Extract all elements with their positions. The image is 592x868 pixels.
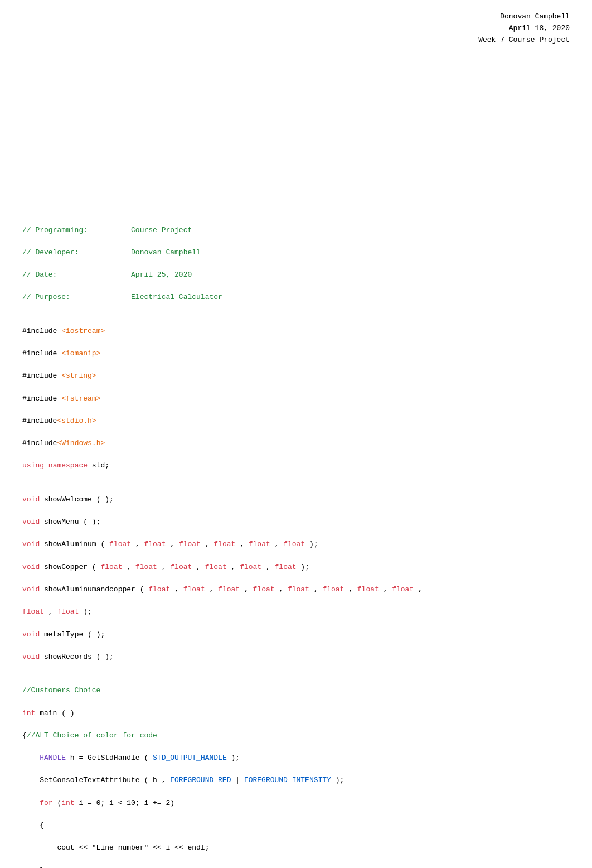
func-showcopper: void showCopper ( float , float , float … — [22, 563, 309, 571]
include-iostream: #include <iostream> — [22, 327, 105, 335]
header-line2: April 18, 2020 — [22, 23, 570, 35]
func-showrecords: void showRecords ( ); — [22, 653, 114, 661]
func-metaltype: void metalType ( ); — [22, 630, 105, 639]
include-stdio: #include<stdio.h> — [22, 417, 96, 425]
for-brace-close: } — [22, 866, 44, 868]
func-showaluminumandcopper: void showAluminumandcopper ( float , flo… — [22, 585, 423, 594]
comment-developer: // Developer: Donovan Campbell — [22, 248, 201, 257]
func-showaluminumandcopper-cont: float , float ); — [22, 607, 92, 616]
func-showmenu: void showMenu ( ); — [22, 518, 100, 526]
include-string: #include <string> — [22, 372, 96, 380]
header-line1: Donovan Campbell — [22, 11, 570, 23]
include-fstream: #include <fstream> — [22, 394, 100, 403]
comment-customers: //Customers Choice — [22, 686, 100, 695]
comment-purpose: // Purpose: Electrical Calculator — [22, 293, 222, 301]
header-block: Donovan Campbell April 18, 2020 Week 7 C… — [22, 11, 570, 46]
main-decl: int main ( ) — [22, 709, 75, 717]
code-block: // Programming: Course Project // Develo… — [22, 213, 570, 868]
for-brace-open: { — [22, 821, 44, 830]
comment-programming: // Programming: Course Project — [22, 226, 192, 234]
func-showwelcome: void showWelcome ( ); — [22, 495, 114, 504]
include-windows: #include<Windows.h> — [22, 439, 105, 447]
brace-open-comment: {//ALT Choice of color for code — [22, 731, 157, 740]
include-iomanip: #include <iomanip> — [22, 349, 100, 358]
setconsole-line: SetConsoleTextAttribute ( h , FOREGROUND… — [22, 776, 344, 784]
header-line3: Week 7 Course Project — [22, 35, 570, 46]
handle-line: HANDLE h = GetStdHandle ( STD_OUTPUT_HAN… — [22, 754, 240, 762]
for-line: for (int i = 0; i < 10; i += 2) — [22, 799, 174, 807]
cout-line: cout << "Line number" << i << endl; — [22, 843, 209, 852]
using-namespace: using namespace std; — [22, 461, 109, 470]
comment-date: // Date: April 25, 2020 — [22, 271, 192, 279]
func-showaluminum: void showAluminum ( float , float , floa… — [22, 540, 318, 548]
